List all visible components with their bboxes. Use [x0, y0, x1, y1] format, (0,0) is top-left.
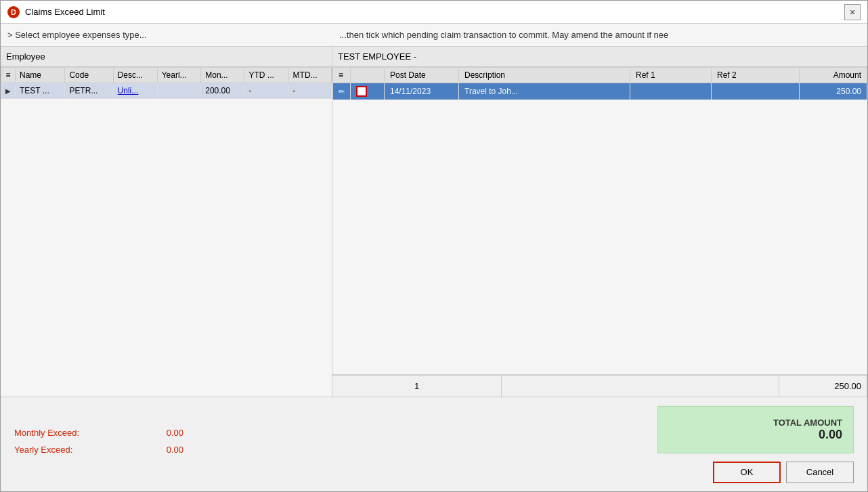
claim-description: Travel to Joh...: [459, 83, 630, 100]
yearly-exceed-value: 0.00: [143, 445, 183, 455]
main-content: Employee ≡ Name Code Desc... Yearl... Mo…: [1, 47, 867, 397]
right-panel-title: TEST EMPLOYEE -: [338, 51, 416, 62]
right-table-footer: 1 250.00: [332, 375, 867, 397]
right-col-ref1: Ref 1: [630, 68, 712, 83]
right-col-description: Description: [459, 68, 630, 83]
left-col-mtd: MTD...: [288, 68, 331, 83]
right-table-container[interactable]: ≡ Post Date Description Ref 1 Ref 2 Amou…: [332, 67, 867, 375]
employee-yearly: [157, 83, 201, 99]
claim-checkbox-cell[interactable]: [351, 83, 385, 100]
right-col-amount: Amount: [800, 68, 867, 83]
right-col-ref2: Ref 2: [712, 68, 800, 83]
instructions-right: ...then tick which pending claim transac…: [339, 30, 861, 40]
left-col-monthly: Mon...: [201, 68, 244, 83]
claim-ref2: [712, 83, 800, 100]
left-col-icon: ≡: [1, 68, 16, 83]
window-title: Claims Exceed Limit: [25, 7, 105, 17]
total-amount-label: TOTAL AMOUNT: [773, 418, 842, 428]
left-panel: Employee ≡ Name Code Desc... Yearl... Mo…: [1, 47, 332, 397]
yearly-exceed-row: Yearly Exceed: 0.00: [14, 445, 657, 455]
employee-desc[interactable]: Unli...: [113, 83, 157, 99]
pencil-icon: ✏: [339, 87, 345, 95]
footer-amount-value: 250.00: [834, 381, 861, 391]
monthly-exceed-value: 0.00: [143, 428, 183, 438]
row-arrow: ▶: [1, 83, 16, 99]
bottom-section: Monthly Exceed: 0.00 Yearly Exceed: 0.00…: [1, 397, 867, 491]
right-panel: TEST EMPLOYEE - ≡ Post Date Description …: [332, 47, 867, 397]
footer-count: 1: [332, 376, 502, 397]
bottom-exceed-info: Monthly Exceed: 0.00 Yearly Exceed: 0.00: [14, 428, 657, 462]
footer-desc: [502, 376, 779, 397]
claim-amount: 250.00: [800, 83, 867, 100]
employee-mtd: -: [288, 83, 331, 99]
right-col-postdate: Post Date: [385, 68, 459, 83]
footer-amount: 250.00: [779, 376, 867, 397]
employee-table: ≡ Name Code Desc... Yearl... Mon... YTD …: [1, 67, 332, 99]
employee-code: PETR...: [65, 83, 113, 99]
employee-monthly: 200.00: [201, 83, 244, 99]
left-panel-header: Employee: [1, 47, 332, 67]
left-table-container[interactable]: ≡ Name Code Desc... Yearl... Mon... YTD …: [1, 67, 332, 397]
close-button[interactable]: ×: [844, 4, 861, 20]
claim-ref1: [630, 83, 712, 100]
ok-button[interactable]: OK: [713, 462, 781, 483]
footer-count-value: 1: [414, 381, 419, 391]
right-table-header-row: ≡ Post Date Description Ref 1 Ref 2 Amou…: [333, 68, 867, 83]
left-table-header-row: ≡ Name Code Desc... Yearl... Mon... YTD …: [1, 68, 332, 83]
left-panel-title: Employee: [6, 51, 45, 62]
left-col-yearly: Yearl...: [157, 68, 201, 83]
right-col-icon: ≡: [333, 68, 351, 83]
title-bar: D Claims Exceed Limit ×: [1, 1, 867, 24]
left-col-desc: Desc...: [113, 68, 157, 83]
claim-checkbox[interactable]: [356, 86, 367, 97]
claim-postdate: 14/11/2023: [385, 83, 459, 100]
yearly-exceed-label: Yearly Exceed:: [14, 445, 102, 455]
left-col-ytd: YTD ...: [244, 68, 288, 83]
app-icon: D: [7, 6, 20, 18]
right-panel-header: TEST EMPLOYEE -: [332, 47, 867, 67]
cancel-button[interactable]: Cancel: [786, 462, 854, 483]
monthly-exceed-label: Monthly Exceed:: [14, 428, 102, 438]
title-bar-left: D Claims Exceed Limit: [7, 6, 105, 18]
total-amount-box: TOTAL AMOUNT 0.00: [657, 406, 854, 453]
employee-name: TEST ...: [16, 83, 65, 99]
bottom-buttons: OK Cancel: [713, 462, 854, 483]
claims-table: ≡ Post Date Description Ref 1 Ref 2 Amou…: [332, 67, 867, 100]
instructions-bar: > Select employee expenses type... ...th…: [1, 24, 867, 47]
left-col-code: Code: [65, 68, 113, 83]
main-window: D Claims Exceed Limit × > Select employe…: [0, 0, 868, 492]
claim-row[interactable]: ✏ 14/11/2023 Travel to Joh...: [333, 83, 867, 100]
employee-ytd: -: [244, 83, 288, 99]
claim-row-icon: ✏: [333, 83, 351, 100]
employee-row[interactable]: ▶ TEST ... PETR... Unli... 200.00 - -: [1, 83, 332, 99]
monthly-exceed-row: Monthly Exceed: 0.00: [14, 428, 657, 438]
left-col-name: Name: [16, 68, 65, 83]
total-amount-value: 0.00: [819, 428, 842, 442]
instructions-left: > Select employee expenses type...: [7, 30, 339, 40]
right-col-check: [351, 68, 385, 83]
bottom-right: TOTAL AMOUNT 0.00 OK Cancel: [657, 406, 854, 483]
